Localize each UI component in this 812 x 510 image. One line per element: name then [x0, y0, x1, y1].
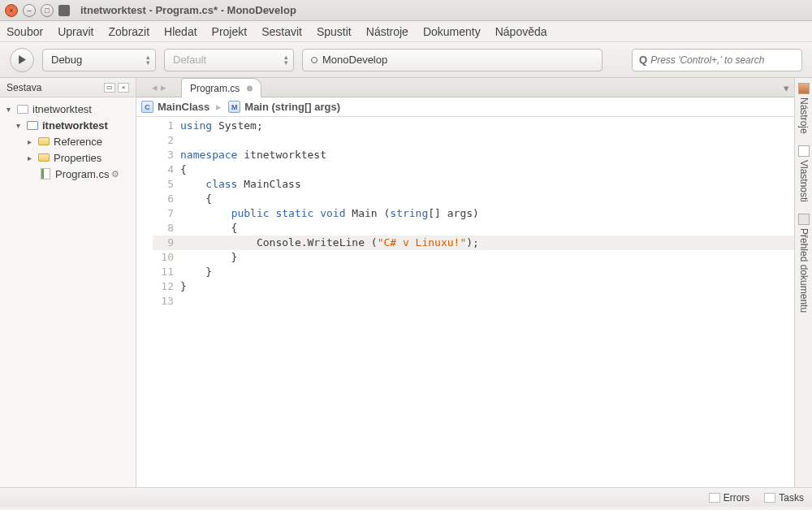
collapse-icon[interactable]: ▾: [13, 121, 23, 130]
tree-label: Program.cs: [55, 168, 109, 180]
chevron-right-icon: ▸: [216, 101, 222, 113]
tab-label: Program.cs: [190, 83, 240, 94]
device-label: Default: [173, 54, 206, 66]
menu-napoveda[interactable]: Nápověda: [495, 25, 547, 38]
status-bar: Errors Tasks: [0, 487, 812, 507]
run-target-combo[interactable]: MonoDevelop: [302, 49, 603, 71]
menu-nastroje[interactable]: Nástroje: [366, 25, 408, 38]
menu-hledat[interactable]: Hledat: [164, 25, 197, 38]
tree-project[interactable]: ▾ itnetworktest: [0, 117, 136, 133]
run-button[interactable]: [10, 48, 34, 72]
target-icon: [311, 57, 317, 63]
menu-projekt[interactable]: Projekt: [212, 25, 248, 38]
tasks-icon: [764, 493, 775, 503]
folder-icon: [37, 152, 50, 163]
menu-soubor[interactable]: Soubor: [6, 25, 43, 38]
run-target-label: MonoDevelop: [322, 54, 387, 66]
tree-label: itnetworktest: [32, 103, 92, 115]
side-tab-tools[interactable]: Nástroje: [798, 83, 810, 134]
toolbar: Debug ▴▾ Default ▴▾ MonoDevelop Q: [0, 42, 812, 78]
solution-panel: Sestava ▭ × ▾ itnetworktest ▾ itnetworkt…: [0, 78, 136, 487]
method-icon: M: [228, 101, 240, 113]
side-tab-label: Vlastnosti: [798, 160, 810, 202]
code-editor[interactable]: 12345678910111213 using System; namespac…: [136, 117, 794, 487]
csharp-file-icon: [39, 168, 52, 179]
menu-upravit[interactable]: Upravit: [58, 25, 93, 38]
side-tab-properties[interactable]: Vlastnosti: [798, 145, 810, 202]
menu-bar: Soubor Upravit Zobrazit Hledat Projekt S…: [0, 21, 812, 42]
status-errors[interactable]: Errors: [709, 492, 750, 504]
status-label: Errors: [723, 492, 750, 504]
expand-icon[interactable]: ▸: [24, 137, 34, 146]
search-input[interactable]: [650, 54, 795, 66]
folder-icon: [37, 136, 50, 147]
class-icon: C: [141, 101, 153, 113]
solution-tree: ▾ itnetworktest ▾ itnetworktest ▸ Refere…: [0, 97, 136, 185]
svg-marker-0: [19, 55, 26, 64]
tab-program[interactable]: Program.cs: [181, 78, 261, 97]
properties-icon: [798, 145, 810, 157]
global-search[interactable]: Q: [632, 49, 802, 71]
dirty-indicator-icon: [247, 85, 253, 91]
chevron-right-icon[interactable]: ▸: [161, 81, 166, 93]
side-tab-overview[interactable]: Přehled dokumentu: [798, 214, 810, 313]
side-tab-label: Nástroje: [798, 97, 810, 134]
chevron-down-icon[interactable]: ▾: [784, 82, 789, 94]
panel-dock-icon[interactable]: ▭: [104, 83, 115, 93]
errors-icon: [709, 493, 720, 503]
updown-icon: ▴▾: [146, 54, 150, 66]
tree-label: Reference: [54, 136, 102, 148]
tree-references[interactable]: ▸ Reference: [0, 133, 136, 149]
minimize-icon[interactable]: –: [23, 4, 36, 17]
expand-icon[interactable]: ▸: [24, 153, 34, 162]
app-icon: [58, 5, 70, 16]
status-label: Tasks: [779, 492, 804, 504]
gear-icon[interactable]: ⚙: [111, 169, 119, 179]
editor-area: ◂ ▸ Program.cs ▾ C MainClass ▸ M Main (s…: [136, 78, 794, 487]
menu-dokumenty[interactable]: Dokumenty: [423, 25, 481, 38]
panel-close-icon[interactable]: ×: [118, 83, 129, 93]
collapse-icon[interactable]: ▾: [3, 105, 13, 114]
project-icon: [26, 119, 39, 131]
chevron-left-icon[interactable]: ◂: [152, 81, 158, 93]
tree-label: itnetworktest: [42, 119, 108, 132]
solution-icon: [16, 103, 29, 115]
close-icon[interactable]: ×: [5, 4, 18, 17]
configuration-label: Debug: [51, 54, 82, 66]
toolbox-icon: [798, 83, 810, 94]
tree-label: Properties: [54, 152, 102, 164]
folding-margin[interactable]: [136, 117, 153, 487]
breadcrumb-method[interactable]: Main (string[] args): [244, 101, 340, 113]
device-combo[interactable]: Default ▴▾: [164, 49, 294, 71]
updown-icon: ▴▾: [284, 54, 288, 66]
breadcrumb-class[interactable]: MainClass: [158, 101, 209, 113]
code-content[interactable]: using System; namespace itnetworktest { …: [180, 117, 794, 487]
line-number-gutter: 12345678910111213: [153, 117, 180, 487]
play-icon: [18, 55, 27, 64]
solution-panel-header: Sestava ▭ ×: [0, 78, 136, 97]
window-titlebar: × – □ itnetworktest - Program.cs* - Mono…: [0, 0, 812, 21]
document-tabs: ◂ ▸ Program.cs ▾: [136, 78, 794, 97]
breadcrumb[interactable]: C MainClass ▸ M Main (string[] args): [136, 97, 794, 117]
tree-properties[interactable]: ▸ Properties: [0, 149, 136, 166]
document-icon: [798, 214, 810, 225]
tree-file-program[interactable]: Program.cs ⚙: [0, 166, 136, 182]
window-title: itnetworktest - Program.cs* - MonoDevelo…: [80, 4, 296, 16]
status-tasks[interactable]: Tasks: [764, 492, 804, 504]
side-tab-label: Přehled dokumentu: [798, 228, 810, 313]
right-sidebar: Nástroje Vlastnosti Přehled dokumentu: [794, 78, 812, 487]
menu-zobrazit[interactable]: Zobrazit: [109, 25, 150, 38]
menu-spustit[interactable]: Spustit: [317, 25, 352, 38]
tree-solution[interactable]: ▾ itnetworktest: [0, 101, 136, 117]
maximize-icon[interactable]: □: [41, 4, 54, 17]
configuration-combo[interactable]: Debug ▴▾: [42, 49, 156, 71]
panel-title: Sestava: [6, 82, 102, 93]
search-icon: Q: [639, 54, 647, 66]
menu-sestavit[interactable]: Sestavit: [261, 25, 302, 38]
tab-history-nav[interactable]: ◂ ▸: [136, 78, 181, 97]
